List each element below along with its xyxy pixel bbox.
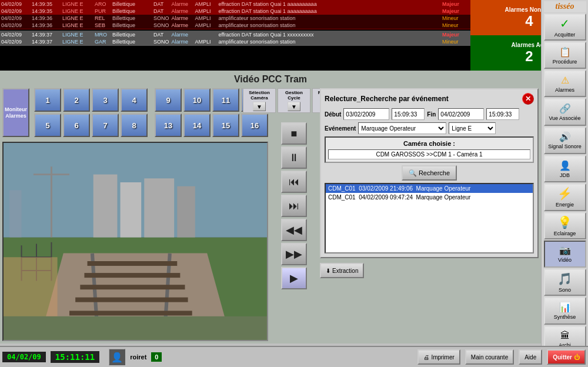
imprimer-button[interactable]: 🖨 Imprimer: [417, 349, 460, 365]
tisseo-logo: tisséo: [556, 2, 574, 11]
camera-chosen-section: Caméra choisie : CDM GAROSSOS >>CDM 1 - …: [325, 136, 534, 163]
selection-camera-control: Sélection Caméra ▼: [243, 88, 276, 113]
search-close-button[interactable]: ✕: [522, 93, 534, 105]
sono-button[interactable]: 🎵 Sono: [544, 269, 586, 296]
camera-button-11[interactable]: 11: [212, 88, 239, 112]
synthese-icon: 📊: [559, 302, 571, 313]
table-row[interactable]: 04/02/09 14:39:36 LIGNE E SEB Billettiqu…: [0, 22, 470, 29]
fin-date-input[interactable]: [438, 108, 484, 120]
list-item[interactable]: CDM_C01 04/02/2009 09:47:24 Marquage Ope…: [326, 193, 533, 202]
main-content: Vidéo PCC Tram Moniteur Alarmes 1 2 3 4 …: [0, 71, 541, 343]
table-row[interactable]: 04/02/09 14:39:36 LIGNE E REL Billettiqu…: [0, 15, 470, 22]
quitter-button[interactable]: Quitter ⏻: [547, 349, 586, 365]
energie-button[interactable]: ⚡ Energie: [544, 184, 586, 211]
date-range-row: Début Fin: [325, 108, 534, 120]
camera-button-2[interactable]: 2: [63, 88, 90, 112]
synthese-button[interactable]: 📊 Synthèse: [544, 297, 586, 324]
monitor-alarms-box: Moniteur Alarmes: [2, 88, 29, 137]
left-panel: Moniteur Alarmes 1 2 3 4 5 6 7 8: [0, 86, 270, 343]
forward-icon: ▶▶: [286, 248, 302, 261]
prev-icon: ⏮: [289, 176, 299, 188]
extraction-button[interactable]: ⬇ Extraction: [320, 263, 364, 278]
table-row[interactable]: 04/02/09 14:39:35 LIGNE E ARO Billettiqu…: [0, 1, 470, 8]
stop-button[interactable]: ■: [281, 122, 307, 145]
gestion-down-arrow[interactable]: ▼: [288, 102, 300, 111]
debut-date-input[interactable]: [343, 108, 389, 120]
fin-label: Fin: [427, 111, 436, 118]
camera-button-8[interactable]: 8: [121, 114, 148, 137]
camera-group-2-row2: 13 14 15 16: [155, 114, 268, 137]
bottom-date: 04/02/09: [2, 352, 46, 362]
svg-rect-15: [75, 298, 188, 302]
signal-sonore-button[interactable]: 🔊 Signal Sonore: [544, 127, 586, 154]
pause-button[interactable]: ⏸: [281, 146, 307, 169]
prev-button[interactable]: ⏮: [281, 171, 307, 193]
camera-button-4[interactable]: 4: [121, 88, 148, 112]
result-camera-1: CDM_C01: [328, 185, 356, 192]
camera-button-3[interactable]: 3: [92, 88, 119, 112]
camera-button-6[interactable]: 6: [63, 114, 90, 137]
video-button[interactable]: 📷 Vidéo: [544, 241, 586, 268]
aide-button[interactable]: Aide: [519, 349, 542, 365]
page-title: Vidéo PCC Tram: [0, 71, 541, 86]
table-row[interactable]: 04/02/09 14:39:37 LIGNE E MRO Billettiqu…: [0, 31, 470, 38]
recherche-button[interactable]: 🔍 Recherche: [402, 165, 457, 181]
forward-button[interactable]: ▶▶: [281, 243, 307, 265]
energie-label: Energie: [556, 202, 574, 208]
fin-time-input[interactable]: [486, 108, 519, 120]
jdb-button[interactable]: 👤 JDB: [544, 155, 586, 182]
vue-associee-button[interactable]: 🔗 Vue Associée: [544, 98, 586, 125]
search-title: Relecture_Recherche par événement ✕: [325, 93, 534, 105]
result-event-2: Marquage Operateur: [416, 194, 471, 201]
archi-icon: 🏛: [560, 331, 570, 341]
alarm-bar: 04/02/09 14:39:35 LIGNE E ARO Billettiqu…: [0, 0, 588, 71]
alarmes-button[interactable]: ⚠ Alarmes: [544, 70, 586, 97]
main-courante-label: Main courante: [471, 354, 508, 361]
camera-button-9[interactable]: 9: [155, 88, 182, 112]
selection-down-arrow[interactable]: ▼: [253, 102, 266, 111]
table-row[interactable]: 04/02/09 14:39:37 LIGNE E GAR Billettiqu…: [0, 38, 470, 45]
svg-rect-1: [93, 175, 118, 238]
ligne-select[interactable]: Ligne E: [449, 122, 496, 134]
aide-label: Aide: [524, 354, 536, 361]
synthese-label: Synthèse: [554, 314, 576, 320]
acquitter-label: Acquitter: [554, 32, 576, 38]
camera-button-1[interactable]: 1: [34, 88, 61, 112]
camera-grid-top: Moniteur Alarmes 1 2 3 4 5 6 7 8: [2, 88, 268, 137]
camera-chosen-label: Caméra choisie :: [328, 140, 530, 147]
svg-rect-5: [9, 190, 21, 237]
eclairage-label: Eclairage: [554, 231, 576, 236]
extraction-icon: ⬇: [326, 268, 330, 274]
rewind-button[interactable]: ◀◀: [281, 219, 307, 241]
camera-button-16[interactable]: 16: [241, 114, 268, 137]
debut-time-input[interactable]: [392, 108, 425, 120]
svg-rect-24: [4, 316, 267, 340]
play-button[interactable]: ▶: [281, 267, 307, 289]
camera-button-15[interactable]: 15: [212, 114, 239, 137]
quitter-label: Quitter: [553, 354, 572, 361]
main-courante-button[interactable]: Main courante: [465, 349, 514, 365]
camera-button-5[interactable]: 5: [34, 114, 61, 137]
results-list[interactable]: CDM_C01 03/02/2009 21:49:06 Marquage Ope…: [325, 183, 534, 253]
recherche-btn-container: 🔍 Recherche: [325, 165, 534, 181]
acquitter-button[interactable]: ✓ Acquitter: [544, 14, 586, 41]
bottom-username: roiret: [130, 353, 146, 361]
camera-button-10[interactable]: 10: [183, 88, 211, 112]
right-panel: Relecture_Recherche par événement ✕ Débu…: [318, 86, 541, 343]
svg-rect-4: [177, 186, 195, 238]
eclairage-button[interactable]: 💡 Eclairage: [544, 212, 586, 239]
list-item[interactable]: CDM_C01 03/02/2009 21:49:06 Marquage Ope…: [326, 184, 533, 193]
next-button[interactable]: ⏭: [281, 195, 307, 217]
camera-button-13[interactable]: 13: [155, 114, 182, 137]
search-title-text: Relecture_Recherche par événement: [325, 95, 449, 103]
camera-button-7[interactable]: 7: [92, 114, 119, 137]
evenement-select[interactable]: Marquage Operateur: [358, 122, 446, 134]
result-datetime-1: 03/02/2009 21:49:06: [359, 185, 413, 192]
svg-rect-23: [4, 257, 58, 320]
camera-button-14[interactable]: 14: [183, 114, 211, 137]
procedure-button[interactable]: 📋 Procédure: [544, 42, 586, 69]
table-row[interactable]: 04/02/09 14:39:35 LIGNE E PUR Billettiqu…: [0, 8, 470, 15]
print-icon: 🖨: [423, 354, 429, 361]
bottom-time: 15:11:11: [51, 351, 99, 363]
svg-rect-3: [144, 178, 174, 238]
